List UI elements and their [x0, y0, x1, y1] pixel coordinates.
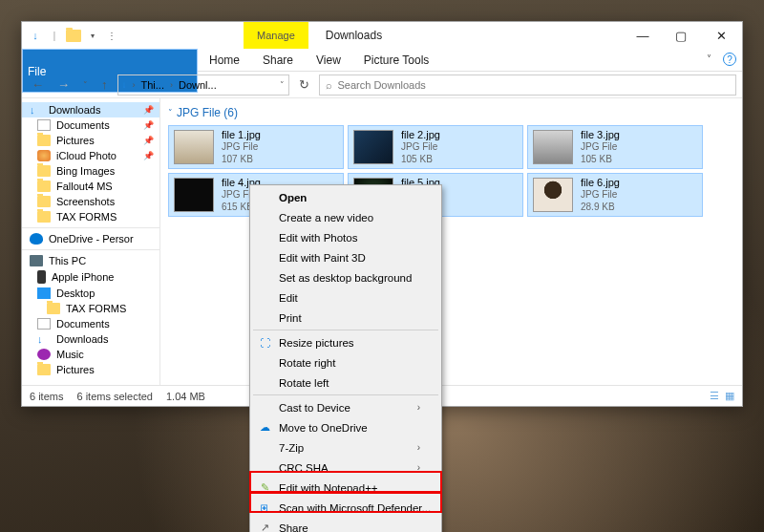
sidebar-item-bing[interactable]: Bing Images: [22, 163, 159, 179]
sidebar-item-documents[interactable]: Documents📌: [22, 117, 159, 133]
menu-rotate-right[interactable]: Rotate right: [252, 352, 439, 372]
sidebar-item-downloads[interactable]: ↓Downloads📌: [22, 102, 159, 117]
sidebar-item-fallout[interactable]: Fallout4 MS: [22, 179, 159, 194]
menu-rotate-left[interactable]: Rotate left: [252, 372, 439, 393]
contextual-tab-manage[interactable]: Manage: [244, 22, 308, 49]
sidebar-item-documents2[interactable]: Documents: [22, 316, 159, 331]
menu-crc-sha[interactable]: CRC SHA›: [252, 458, 439, 478]
pin-icon: 📌: [143, 120, 154, 130]
menu-resize-pictures[interactable]: ⛶Resize pictures: [252, 332, 439, 352]
help-icon[interactable]: ?: [723, 53, 736, 66]
file-thumbnail: [174, 178, 214, 212]
view-details-icon[interactable]: ☰: [710, 390, 719, 402]
sidebar-item-pictures2[interactable]: Pictures: [22, 362, 159, 377]
group-header[interactable]: ˅ JPG File (6): [168, 104, 734, 125]
nav-up-button[interactable]: ↑: [97, 77, 112, 92]
window-title: Downloads: [308, 22, 382, 49]
documents-icon: [37, 318, 51, 330]
close-button[interactable]: ✕: [700, 22, 742, 49]
breadcrumb-downloads[interactable]: Downl...: [179, 79, 217, 91]
file-item[interactable]: file 6.jpgJPG File28.9 KB: [527, 173, 703, 217]
file-item[interactable]: file 3.jpgJPG File105 KB: [527, 125, 703, 169]
onedrive-icon: ☁: [258, 420, 272, 435]
address-box[interactable]: ↓ › Thi... › Downl... ˅: [117, 74, 289, 96]
sidebar-item-tax2[interactable]: TAX FORMS: [22, 301, 159, 316]
menu-print[interactable]: Print: [252, 308, 439, 328]
nav-recent-dropdown[interactable]: ˅: [79, 80, 92, 90]
menu-share[interactable]: ↗Share: [252, 518, 439, 532]
maximize-button[interactable]: ▢: [662, 22, 700, 49]
thispc-icon: [30, 255, 43, 266]
menu-defender[interactable]: ⛨Scan with Microsoft Defender...: [252, 498, 439, 518]
sidebar-item-icloud[interactable]: iCloud Photo📌: [22, 148, 159, 163]
tab-home[interactable]: Home: [198, 49, 251, 71]
pin-icon: 📌: [143, 105, 154, 115]
music-icon: [37, 349, 51, 360]
qat-overflow[interactable]: ⋮: [104, 28, 119, 43]
pictures-icon: [37, 364, 51, 375]
view-large-icon[interactable]: ▦: [725, 390, 734, 402]
menu-cast[interactable]: Cast to Device›: [252, 397, 439, 417]
downloads-icon: ↓: [28, 28, 43, 43]
menu-move-onedrive[interactable]: ☁Move to OneDrive: [252, 417, 439, 437]
search-box[interactable]: ⌕ Search Downloads: [319, 74, 737, 96]
downloads-icon: ↓: [37, 333, 51, 345]
sidebar-item-iphone[interactable]: Apple iPhone: [22, 268, 159, 286]
menu-create-video[interactable]: Create a new video: [252, 207, 439, 227]
submenu-arrow-icon: ›: [417, 402, 420, 413]
nav-forward-button[interactable]: →: [53, 77, 74, 92]
sidebar-item-thispc[interactable]: This PC: [22, 253, 159, 268]
sidebar-item-screenshots[interactable]: Screenshots: [22, 194, 159, 209]
search-icon: ⌕: [326, 79, 332, 91]
folder-icon: [37, 181, 51, 192]
file-list-area[interactable]: ˅ JPG File (6) file 1.jpgJPG File107 KB …: [160, 98, 742, 385]
address-dropdown-icon[interactable]: ˅: [280, 80, 285, 90]
menu-set-background[interactable]: Set as desktop background: [252, 267, 439, 287]
search-placeholder: Search Downloads: [338, 79, 426, 91]
file-type: JPG File: [222, 141, 261, 154]
sidebar-item-tax[interactable]: TAX FORMS: [22, 209, 159, 224]
file-type: JPG File: [401, 141, 440, 154]
desktop-icon: [37, 287, 51, 299]
folder-icon: [66, 30, 81, 42]
folder-icon: [37, 196, 51, 207]
tab-share[interactable]: Share: [251, 49, 305, 71]
pin-icon: 📌: [143, 151, 154, 160]
qat-divider: |: [47, 28, 62, 43]
minimize-button[interactable]: —: [624, 22, 662, 49]
refresh-button[interactable]: ↻: [295, 77, 313, 92]
nav-back-button[interactable]: ←: [28, 77, 48, 92]
icloud-icon: [37, 150, 51, 161]
tab-picture-tools[interactable]: Picture Tools: [352, 49, 440, 71]
sidebar-item-onedrive[interactable]: OneDrive - Persor: [22, 231, 159, 246]
tab-view[interactable]: View: [305, 49, 352, 71]
file-size: 107 KB: [222, 154, 261, 166]
menu-edit-photos[interactable]: Edit with Photos: [252, 227, 439, 247]
file-size: 105 KB: [401, 154, 440, 166]
submenu-arrow-icon: ›: [417, 462, 420, 473]
sidebar-item-pictures[interactable]: Pictures📌: [22, 133, 159, 148]
collapse-icon[interactable]: ˅: [168, 108, 173, 117]
file-name: file 2.jpg: [401, 129, 440, 142]
menu-notepad[interactable]: ✎Edit with Notepad++: [252, 478, 439, 498]
ribbon-collapse-icon[interactable]: ˅: [707, 49, 719, 71]
pin-icon: 📌: [143, 136, 154, 145]
folder-icon: [37, 165, 51, 177]
sidebar-item-desktop[interactable]: Desktop: [22, 286, 159, 301]
downloads-icon: ↓: [30, 104, 43, 116]
sidebar-item-music[interactable]: Music: [22, 347, 159, 362]
file-name: file 6.jpg: [581, 177, 620, 190]
menu-paint3d[interactable]: Edit with Paint 3D: [252, 247, 439, 267]
file-thumbnail: [533, 178, 573, 212]
status-selected-size: 1.04 MB: [166, 391, 205, 402]
menu-open[interactable]: Open: [252, 187, 439, 207]
file-item[interactable]: file 1.jpgJPG File107 KB: [168, 125, 344, 169]
file-thumbnail: [353, 130, 393, 164]
menu-edit[interactable]: Edit: [252, 287, 439, 308]
qat-dropdown-icon[interactable]: ▾: [85, 28, 100, 43]
menu-7zip[interactable]: 7-Zip›: [252, 437, 439, 458]
file-item[interactable]: file 2.jpgJPG File105 KB: [348, 125, 523, 169]
phone-icon: [37, 270, 46, 284]
sidebar-item-downloads2[interactable]: ↓Downloads: [22, 331, 159, 347]
breadcrumb-thispc[interactable]: Thi...: [141, 79, 164, 91]
